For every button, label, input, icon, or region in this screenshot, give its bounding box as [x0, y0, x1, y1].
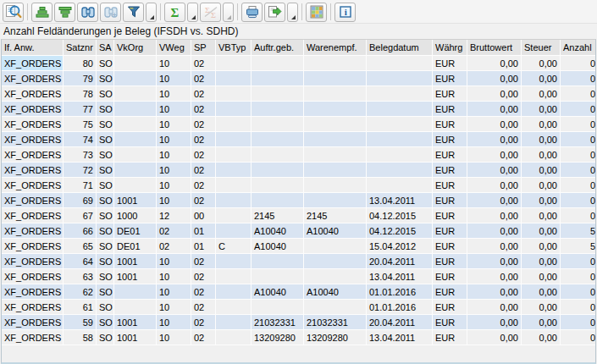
sum-dropdown-button[interactable] — [187, 3, 198, 22]
cell-bruttowert[interactable]: 0,00 — [467, 208, 522, 223]
cell-vweg[interactable]: 10 — [157, 132, 191, 147]
cell-steuer[interactable]: 0,00 — [522, 71, 561, 86]
choose-layout-button[interactable] — [306, 3, 327, 22]
cell-satznr[interactable]: 65 — [64, 239, 97, 254]
cell-belegdatum[interactable]: 20.04.2011 — [367, 315, 433, 330]
cell-bruttowert[interactable]: 0,00 — [467, 178, 522, 193]
cell-vkorg[interactable]: 1001 — [114, 193, 157, 208]
cell-satznr[interactable]: 71 — [64, 178, 97, 193]
cell-satznr[interactable]: 79 — [64, 71, 97, 86]
cell-steuer[interactable]: 0,00 — [522, 239, 561, 254]
cell-vkorg[interactable]: 1001 — [114, 330, 157, 345]
cell-sp[interactable]: 02 — [191, 284, 216, 300]
cell-belegdatum[interactable]: 13.04.2011 — [367, 193, 433, 208]
cell-satznr[interactable]: 80 — [64, 56, 97, 71]
cell-bruttowert[interactable]: 0,00 — [467, 56, 522, 71]
cell-vbtyp[interactable] — [216, 147, 252, 163]
column-header-bruttowert[interactable]: Bruttowert — [467, 40, 522, 56]
cell-anzahl[interactable]: 0 — [561, 102, 596, 117]
cell-waehrg[interactable]: EUR — [433, 254, 467, 269]
cell-anzahl[interactable]: 0 — [561, 178, 596, 193]
cell-belegdatum[interactable] — [367, 71, 433, 86]
cell-anzahl[interactable]: 0 — [561, 147, 596, 163]
cell-auftrgeb[interactable] — [252, 86, 304, 102]
cell-belegdatum[interactable]: 20.04.2011 — [367, 254, 433, 269]
cell-ifanw[interactable]: XF_ORDERS — [2, 117, 64, 132]
table-row[interactable]: XF_ORDERS67SO100012002145214504.12.2015E… — [2, 208, 596, 223]
cell-bruttowert[interactable]: 0,00 — [467, 193, 522, 208]
cell-sp[interactable]: 02 — [191, 269, 216, 284]
cell-vbtyp[interactable] — [216, 163, 252, 178]
cell-sa[interactable]: SO — [97, 284, 114, 300]
table-row[interactable]: XF_ORDERS64SO1001100220.04.2011EUR0,000,… — [2, 254, 596, 269]
cell-steuer[interactable]: 0,00 — [522, 178, 561, 193]
cell-bruttowert[interactable]: 0,00 — [467, 239, 522, 254]
cell-vkorg[interactable]: DE01 — [114, 239, 157, 254]
cell-belegdatum[interactable]: 13.04.2011 — [367, 269, 433, 284]
cell-ifanw[interactable]: XF_ORDERS — [2, 330, 64, 345]
cell-ifanw[interactable]: XF_ORDERS — [2, 208, 64, 223]
find-button[interactable] — [77, 3, 98, 22]
cell-belegdatum[interactable]: 04.12.2015 — [367, 223, 433, 239]
cell-auftrgeb[interactable] — [252, 178, 304, 193]
cell-warenempf[interactable]: 2145 — [304, 208, 367, 223]
cell-warenempf[interactable] — [304, 86, 367, 102]
cell-steuer[interactable]: 0,00 — [522, 254, 561, 269]
table-row[interactable]: XF_ORDERS79SO1002EUR0,000,000 — [2, 71, 596, 86]
cell-vweg[interactable]: 10 — [157, 117, 191, 132]
cell-vbtyp[interactable] — [216, 208, 252, 223]
cell-sp[interactable]: 00 — [191, 208, 216, 223]
cell-ifanw[interactable]: XF_ORDERS — [2, 147, 64, 163]
cell-ifanw[interactable]: XF_ORDERS — [2, 254, 64, 269]
table-row[interactable]: XF_ORDERS72SO1002EUR0,000,000 — [2, 163, 596, 178]
column-header-belegdatum[interactable]: Belegdatum — [367, 40, 433, 56]
cell-sp[interactable]: 02 — [191, 147, 216, 163]
cell-steuer[interactable]: 0,00 — [522, 102, 561, 117]
cell-sa[interactable]: SO — [97, 117, 114, 132]
cell-vweg[interactable]: 10 — [157, 300, 191, 315]
cell-sp[interactable]: 02 — [191, 300, 216, 315]
cell-sa[interactable]: SO — [97, 300, 114, 315]
cell-sp[interactable]: 02 — [191, 163, 216, 178]
cell-steuer[interactable]: 0,00 — [522, 269, 561, 284]
cell-vbtyp[interactable] — [216, 193, 252, 208]
cell-vkorg[interactable]: 1001 — [114, 269, 157, 284]
cell-vweg[interactable]: 10 — [157, 178, 191, 193]
cell-vweg[interactable]: 10 — [157, 71, 191, 86]
cell-ifanw[interactable]: XF_ORDERS — [2, 269, 64, 284]
cell-ifanw[interactable]: XF_ORDERS — [2, 300, 64, 315]
cell-sp[interactable]: 02 — [191, 132, 216, 147]
cell-vbtyp[interactable]: C — [216, 239, 252, 254]
cell-auftrgeb[interactable] — [252, 102, 304, 117]
cell-bruttowert[interactable]: 0,00 — [467, 102, 522, 117]
table-row[interactable]: XF_ORDERS62SO1002A10040A1004001.01.2016E… — [2, 284, 596, 300]
cell-belegdatum[interactable] — [367, 102, 433, 117]
cell-sp[interactable]: 02 — [191, 117, 216, 132]
cell-vweg[interactable]: 10 — [157, 163, 191, 178]
cell-anzahl[interactable]: 0 — [561, 56, 596, 71]
cell-belegdatum[interactable]: 01.01.2016 — [367, 300, 433, 315]
cell-warenempf[interactable]: 21032331 — [304, 315, 367, 330]
cell-auftrgeb[interactable]: A10040 — [252, 239, 304, 254]
table-row[interactable]: XF_ORDERS61SO100201.01.2016EUR0,000,000 — [2, 300, 596, 315]
cell-bruttowert[interactable]: 0,00 — [467, 71, 522, 86]
cell-steuer[interactable]: 0,00 — [522, 330, 561, 345]
cell-belegdatum[interactable] — [367, 163, 433, 178]
cell-warenempf[interactable] — [304, 239, 367, 254]
cell-warenempf[interactable]: A10040 — [304, 284, 367, 300]
cell-bruttowert[interactable]: 0,00 — [467, 223, 522, 239]
column-header-warenempf[interactable]: Warenempf. — [304, 40, 367, 56]
cell-warenempf[interactable] — [304, 178, 367, 193]
cell-waehrg[interactable]: EUR — [433, 269, 467, 284]
cell-ifanw[interactable]: XF_ORDERS — [2, 102, 64, 117]
cell-satznr[interactable]: 64 — [64, 254, 97, 269]
cell-auftrgeb[interactable] — [252, 163, 304, 178]
column-header-vweg[interactable]: VWeg — [157, 40, 191, 56]
cell-sa[interactable]: SO — [97, 315, 114, 330]
sort-ascending-button[interactable] — [31, 3, 53, 22]
cell-ifanw[interactable]: XF_ORDERS — [2, 193, 64, 208]
cell-waehrg[interactable]: EUR — [433, 117, 467, 132]
cell-vbtyp[interactable] — [216, 300, 252, 315]
cell-satznr[interactable]: 73 — [64, 147, 97, 163]
cell-anzahl[interactable]: 0 — [561, 71, 596, 86]
